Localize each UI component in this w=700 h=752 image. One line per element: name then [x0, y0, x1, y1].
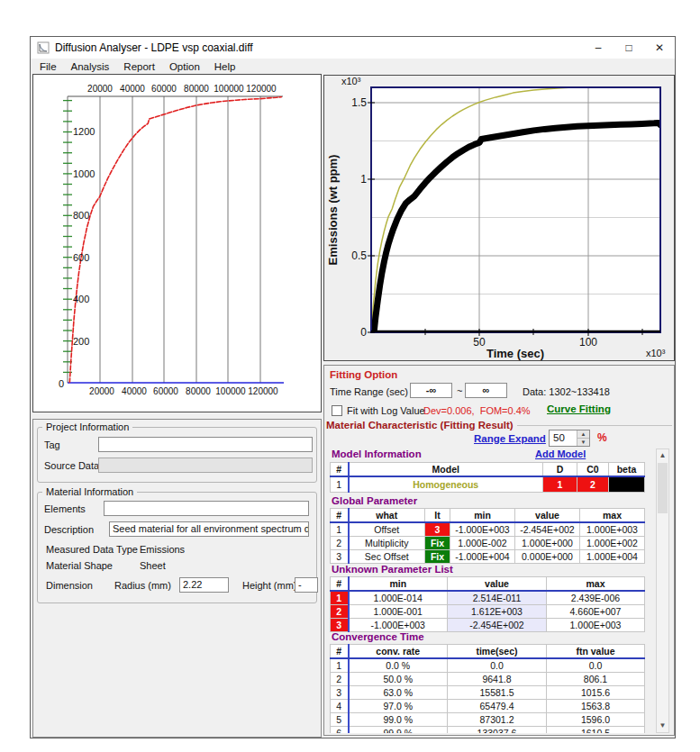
table-cell: 1015.6 — [547, 686, 645, 700]
right-chart: x10³ 1.5 1 0.5 0 50 100 Time (sec) x10³ … — [324, 76, 674, 360]
table-cell: 6 — [331, 727, 349, 734]
table-cell[interactable]: 1 — [543, 476, 577, 493]
table-cell: 3 — [331, 550, 349, 564]
source-data-input[interactable] — [98, 458, 313, 473]
table-row: 3-1.000E+003-2.454E+0021.000E+003 — [331, 619, 645, 632]
fitting-panel: Fitting Option Time Range (sec) -∞ ~ ∞ D… — [323, 365, 675, 736]
scrollbar-thumb[interactable] — [658, 463, 668, 513]
results-scrollbar[interactable]: ▲ ▼ — [656, 448, 669, 733]
table-row: 599.0 %87301.21596.0 — [331, 713, 645, 727]
project-information-group — [37, 427, 317, 483]
table-cell: 0.0 — [448, 658, 547, 673]
svg-text:40000: 40000 — [120, 84, 145, 94]
convergence-time-table: #conv. ratetime(sec)ftn value10.0 %0.00.… — [330, 644, 645, 733]
table-cell: 3 — [331, 686, 349, 700]
app-window: Diffusion Analyser - LDPE vsp coaxial.di… — [30, 36, 676, 738]
spinner-up-icon[interactable]: ▲ — [577, 430, 589, 439]
svg-text:80000: 80000 — [186, 386, 211, 396]
convergence-time-title: Convergence Time — [332, 631, 424, 642]
global-parameter-table: #whatItminvaluemax1Offset3-1.000E+003-2.… — [330, 508, 645, 564]
elements-input[interactable] — [104, 501, 309, 516]
table-cell: Multiplicity — [349, 537, 425, 550]
fitting-option-title: Fitting Option — [330, 369, 397, 380]
table-cell: 1.000E+003 — [547, 619, 645, 632]
table-cell[interactable]: 3 — [331, 619, 349, 632]
range-expand-spinner[interactable]: 50 ▲ ▼ — [549, 430, 590, 447]
menu-file[interactable]: File — [31, 61, 64, 72]
tilde-separator: ~ — [457, 385, 462, 396]
tag-input[interactable] — [98, 437, 313, 452]
table-cell: 50.0 % — [349, 673, 448, 686]
column-header: max — [547, 577, 645, 592]
scrollbar-down-icon[interactable]: ▼ — [657, 720, 668, 732]
column-header: Model — [349, 463, 543, 477]
table-cell: Homogeneous — [349, 476, 543, 493]
project-information-title: Project Information — [42, 421, 132, 432]
tag-label: Tag — [44, 439, 60, 450]
left-chart: 20000 40000 60000 80000 100000 120000 20… — [33, 75, 321, 412]
table-row: 1Offset3-1.000E+003-2.454E+0021.000E+003 — [331, 522, 645, 537]
svg-text:50: 50 — [473, 336, 486, 349]
table-cell: 1.000E+004 — [580, 550, 645, 564]
height-label: Height (mm) — [242, 580, 297, 591]
table-cell[interactable]: 3 — [425, 522, 450, 537]
menu-report[interactable]: Report — [116, 61, 162, 72]
table-cell[interactable] — [609, 476, 645, 493]
column-header: value — [515, 509, 580, 523]
table-cell: -2.454E+002 — [448, 619, 547, 632]
menu-analysis[interactable]: Analysis — [64, 61, 117, 72]
fitting-results-scroll-area: Model Information Add Model #ModelDC0bet… — [328, 448, 654, 733]
range-expand-link[interactable]: Range Expand — [474, 433, 546, 444]
description-label: Description — [44, 524, 94, 535]
range-expand-value[interactable]: 50 — [550, 430, 577, 446]
measured-data-type-label: Measured Data Type — [46, 544, 138, 555]
window-title: Diffusion Analyser - LDPE vsp coaxial.di… — [55, 41, 253, 54]
curve-fitting-link[interactable]: Curve Fitting — [547, 403, 611, 414]
height-input[interactable]: - — [295, 577, 318, 593]
table-cell: 1.000E+002 — [580, 537, 645, 550]
menu-help[interactable]: Help — [207, 61, 243, 72]
minimize-button[interactable]: – — [583, 37, 614, 59]
measured-emissions-curve — [69, 97, 282, 384]
unknown-parameter-table: #minvaluemax11.000E-0142.514E-0112.439E-… — [330, 576, 645, 632]
table-cell: 2 — [331, 673, 349, 686]
table-cell: 0.000E+000 — [515, 550, 580, 564]
material-shape-label: Material Shape — [46, 560, 113, 571]
table-cell[interactable]: 2 — [577, 476, 609, 493]
table-cell: 1563.8 — [547, 700, 645, 713]
table-cell[interactable]: 1 — [331, 591, 349, 605]
svg-text:0.5: 0.5 — [351, 249, 367, 262]
fit-log-checkbox[interactable] — [332, 405, 342, 416]
dimension-label: Dimension — [46, 580, 93, 591]
scrollbar-up-icon[interactable]: ▲ — [657, 449, 668, 462]
column-header: min — [349, 577, 448, 592]
table-cell: 9641.8 — [448, 673, 547, 686]
table-row: 21.000E-0011.612E+0034.660E+007 — [331, 605, 645, 619]
table-cell: 2.439E-006 — [547, 591, 645, 605]
table-cell: -1.000E+004 — [450, 550, 515, 564]
add-model-link[interactable]: Add Model — [535, 448, 586, 459]
table-cell[interactable]: 2 — [331, 605, 349, 619]
material-characteristic-title: Material Characteristic (Fitting Result) — [326, 420, 514, 430]
close-button[interactable]: ✕ — [644, 37, 675, 59]
column-header: value — [448, 577, 547, 592]
table-cell: 1 — [331, 476, 349, 493]
svg-text:600: 600 — [73, 252, 89, 263]
table-cell[interactable]: Fix — [425, 537, 450, 550]
maximize-button[interactable]: □ — [614, 37, 644, 59]
spinner-down-icon[interactable]: ▼ — [577, 439, 589, 446]
table-cell[interactable]: Fix — [425, 550, 450, 564]
table-cell: -1.000E+003 — [349, 619, 448, 632]
menu-option[interactable]: Option — [162, 61, 207, 72]
table-cell: 4.660E+007 — [547, 605, 645, 619]
radius-input[interactable]: 2.22 — [179, 577, 229, 593]
time-range-from-input[interactable]: -∞ — [410, 383, 452, 398]
time-range-to-input[interactable]: ∞ — [465, 383, 507, 398]
description-input[interactable]: Seed material for all environment spectr… — [109, 521, 309, 537]
svg-text:100: 100 — [579, 336, 597, 349]
table-cell: 2.514E-011 — [448, 591, 547, 605]
table-cell: -1.000E+003 — [450, 522, 515, 537]
table-cell: 99.0 % — [349, 713, 448, 727]
svg-text:120000: 120000 — [248, 386, 278, 396]
svg-text:0: 0 — [360, 326, 367, 339]
